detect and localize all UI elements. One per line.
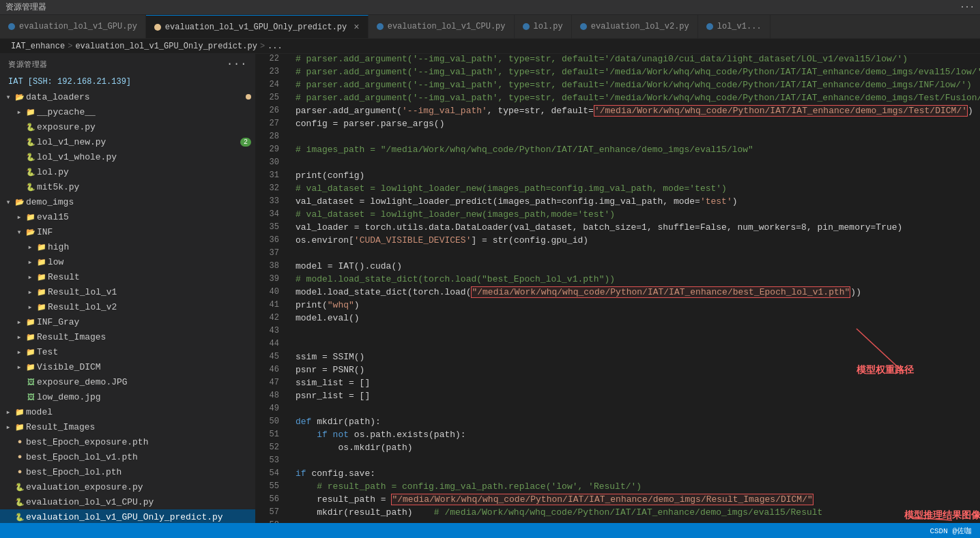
line-content[interactable]: # parser.add_argument('--img_val_path', … (290, 80, 980, 93)
line-content[interactable]: # val_dataset = lowlight_loader_new(imag… (290, 209, 980, 222)
code-comment: # parser.add_argument('--img_val_path', … (296, 80, 972, 90)
line-content[interactable]: model.eval() (290, 313, 980, 326)
sidebar-item[interactable]: 🐍 evaluation_lol_v1_CPU.py (0, 494, 255, 509)
line-content[interactable]: val_loader = torch.utils.data.DataLoader… (290, 222, 980, 235)
sidebar-item[interactable]: 🖼 low_demo.jpg (0, 389, 255, 404)
line-content[interactable] (290, 158, 980, 170)
line-content[interactable]: # images_path = "/media/Work/whq/whq_cod… (290, 145, 980, 158)
sidebar-item[interactable]: 🐍 lol.py (0, 164, 255, 179)
sidebar-item[interactable]: ▸ 📁 Test (0, 344, 255, 359)
sidebar-item[interactable]: ● best_Epoch_lol_v1.pth (0, 449, 255, 464)
sidebar-item[interactable]: 🐍 evaluation_exposure.py (0, 479, 255, 494)
line-content[interactable]: model.load_state_dict(torch.load("/media… (290, 287, 980, 300)
code-plain: os.mkdir(path) (296, 443, 413, 453)
sidebar-item[interactable]: ▾ 📂 demo_imgs (0, 194, 255, 209)
line-number: 29 (256, 145, 290, 158)
sidebar: 资源管理器 ··· IAT [SSH: 192.168.21.139] ▾ 📂 … (0, 54, 256, 523)
tab-t6[interactable]: lol_v1... (698, 15, 770, 38)
tab-t4[interactable]: lol.py (515, 15, 572, 38)
sidebar-tree[interactable]: ▾ 📂 data_loaders ▸ 📁 __pycache__ 🐍 expos… (0, 89, 255, 523)
status-bar: CSDN @佐咖 (0, 523, 980, 538)
line-content[interactable] (290, 132, 980, 145)
line-content[interactable]: mkdir(result_path) # /media/Work/whq/whq… (290, 507, 980, 520)
sidebar-item[interactable]: ▸ 📁 Result_lol_v2 (0, 299, 255, 314)
sidebar-item[interactable]: 🐍 exposure.py (0, 119, 255, 134)
file-icon: 📁 (25, 363, 37, 372)
line-content[interactable]: # parser.add_argument('--img_val_path', … (290, 67, 980, 80)
breadcrumb-part[interactable]: evaluation_lol_v1_GPU_Only_predict.py (75, 42, 257, 51)
line-content[interactable]: parser.add_argument('--img_val_path', ty… (290, 106, 980, 119)
title-dots[interactable]: ··· (960, 3, 975, 12)
line-content[interactable]: if config.save: (290, 468, 980, 481)
line-content[interactable] (290, 248, 980, 261)
line-content[interactable]: config = parser.parse_args() (290, 119, 980, 132)
line-content[interactable]: ssim = SSIM() (290, 352, 980, 365)
folder-arrow: ▸ (25, 287, 35, 297)
sidebar-item[interactable]: 🐍 evaluation_lol_v1_GPU_Only_predict.py (0, 509, 255, 523)
line-content[interactable] (290, 520, 980, 523)
line-content[interactable]: # parser.add_argument('--img_val_path', … (290, 54, 980, 67)
sidebar-item[interactable]: ▸ 📁 low (0, 254, 255, 269)
sidebar-item[interactable]: ▸ 📁 Visible_DICM (0, 359, 255, 374)
sidebar-item[interactable]: ▸ 📁 INF_Gray (0, 314, 255, 329)
line-content[interactable] (290, 455, 980, 468)
line-content[interactable] (290, 326, 980, 339)
line-content[interactable]: ssim_list = [] (290, 378, 980, 391)
sidebar-item[interactable]: ▸ 📁 model (0, 404, 255, 419)
badge: 2 (240, 138, 251, 147)
tab-t2[interactable]: evaluation_lol_v1_GPU_Only_predict.py × (146, 15, 369, 38)
code-area[interactable]: 22# parser.add_argument('--img_val_path'… (256, 54, 980, 523)
sidebar-item-label: exposure.py (37, 122, 255, 132)
folder-arrow: ▸ (25, 302, 35, 312)
line-content[interactable]: if not os.path.exists(path): (290, 430, 980, 443)
sidebar-item[interactable]: ▸ 📁 __pycache__ (0, 104, 255, 119)
code-plain: mkdir(result_path) (296, 507, 434, 518)
line-content[interactable]: print("whq") (290, 300, 980, 313)
code-plain: ssim_list = [] (296, 378, 370, 388)
folder-arrow: ▸ (14, 107, 25, 117)
sidebar-item[interactable]: ● best_Epoch_lol.pth (0, 464, 255, 479)
sidebar-item[interactable]: ▸ 📁 Result_Images (0, 329, 255, 344)
code-line: 30 (256, 158, 980, 170)
sidebar-item-label: evaluation_lol_v1_GPU_Only_predict.py (26, 512, 255, 522)
sidebar-item[interactable]: ▸ 📁 Result (0, 269, 255, 284)
code-plain: result_path = (296, 494, 391, 505)
line-content[interactable]: result_path = "/media/Work/whq/whq_code/… (290, 494, 980, 507)
code-plain: )) (850, 287, 861, 297)
line-number: 26 (256, 106, 290, 119)
file-icon: 🐍 (25, 123, 37, 132)
line-content[interactable]: print(config) (290, 170, 980, 183)
tab-t5[interactable]: evaluation_lol_v2.py (572, 15, 698, 38)
sidebar-item[interactable]: ▸ 📁 eval15 (0, 209, 255, 224)
line-content[interactable]: def mkdir(path): (290, 417, 980, 430)
line-content[interactable]: os.environ['CUDA_VISIBLE_DEVICES'] = str… (290, 235, 980, 248)
sidebar-item[interactable]: ● best_Epoch_exposure.pth (0, 434, 255, 449)
sidebar-item[interactable]: ▸ 📁 high (0, 239, 255, 254)
sidebar-item[interactable]: 🖼 exposure_demo.JPG (0, 374, 255, 389)
line-content[interactable]: # val_dataset = lowlight_loader_new(imag… (290, 183, 980, 196)
line-content[interactable]: # model.load_state_dict(torch.load("best… (290, 274, 980, 287)
breadcrumb-part[interactable]: IAT_enhance (11, 42, 65, 51)
tab-t3[interactable]: evaluation_lol_v1_CPU.py (369, 15, 515, 38)
sidebar-item[interactable]: ▾ 📂 data_loaders (0, 89, 255, 104)
sidebar-item[interactable]: 🐍 lol_v1_whole.py (0, 149, 255, 164)
file-icon: 📁 (14, 408, 26, 417)
line-content[interactable] (290, 339, 980, 352)
line-content[interactable]: # parser.add_argument('--img_val_path', … (290, 93, 980, 106)
tab-close-btn[interactable]: × (354, 22, 359, 33)
folder-arrow: ▸ (14, 347, 25, 357)
sidebar-item[interactable]: 🐍 mit5k.py (0, 179, 255, 194)
tab-t1[interactable]: evaluation_lol_v1_GPU.py (0, 15, 146, 38)
sidebar-item[interactable]: ▸ 📁 Result_Images (0, 419, 255, 434)
line-content[interactable]: model = IAT().cuda() (290, 261, 980, 274)
line-content[interactable]: os.mkdir(path) (290, 443, 980, 455)
line-content[interactable] (290, 404, 980, 417)
line-content[interactable]: val_dataset = lowlight_loader_predict(im… (290, 196, 980, 209)
sidebar-menu-dots[interactable]: ··· (227, 58, 247, 70)
line-content[interactable]: psnr_list = [] (290, 391, 980, 404)
sidebar-item[interactable]: ▸ 📁 Result_lol_v1 (0, 284, 255, 299)
sidebar-item[interactable]: ▾ 📂 INF (0, 224, 255, 239)
sidebar-item[interactable]: 🐍 lol_v1_new.py 2 (0, 134, 255, 149)
tab-label: evaluation_lol_v1_GPU.py (19, 22, 137, 31)
line-content[interactable]: # result_path = config.img_val_path.repl… (290, 481, 980, 494)
